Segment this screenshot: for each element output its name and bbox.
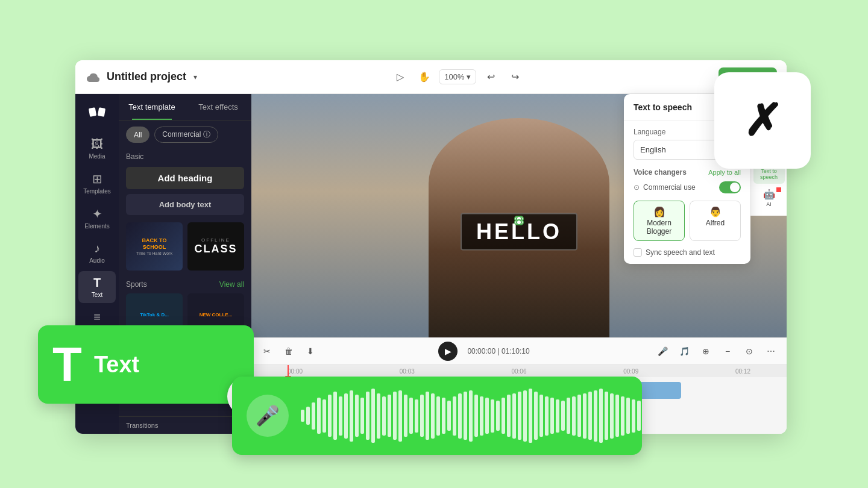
wave-bar [605,392,608,440]
sync-checkbox[interactable] [634,248,642,257]
add-body-text-button[interactable]: Add body text [126,194,244,215]
sidebar-item-audio[interactable]: ♪ Audio [78,237,116,269]
sports-section-label: Sports [126,280,147,289]
tab-text-effects[interactable]: Text effects [185,94,251,120]
more-options-button[interactable]: ⋯ [763,343,779,360]
split-button[interactable]: ⊕ [697,343,714,360]
chevron-down-icon[interactable]: ▾ [193,73,197,81]
tts-title: Text to speech [634,102,692,112]
download-button[interactable]: ⬇ [302,343,319,360]
top-bar-left: Untitled project ▾ [85,69,197,86]
wave-bar [436,396,440,436]
sync-label: Sync speech and text [646,248,715,257]
template-card-class[interactable]: OFFLINE CLASS [187,222,244,271]
wave-bar [371,389,375,443]
wave-bar [491,399,494,433]
wave-bar [594,390,597,442]
commercial-use-row: ⊙ Commercial use [634,181,741,193]
wave-bar [317,398,321,434]
waveform [301,392,641,440]
media-label: Media [89,153,105,160]
wave-bar [572,396,576,436]
transitions-row: Transitions [119,416,251,434]
music-button[interactable]: 🎵 [676,343,693,360]
undo-button[interactable]: ↩ [481,67,500,87]
sidebar-item-text[interactable]: T Text [78,271,116,303]
current-time: 00:00:00 [467,347,495,355]
wave-bar [322,399,326,433]
wave-bar [507,395,511,437]
ai-right-icon: 🤖 [763,189,775,200]
project-title: Untitled project [107,70,186,83]
wave-bar [344,393,348,439]
wave-bar [577,395,581,437]
wave-bar [556,399,559,433]
redo-button[interactable]: ↪ [505,67,524,87]
audio-overlay: 🎤 [232,377,642,455]
wave-bar [426,392,429,440]
voice-option-modern-blogger[interactable]: 👩 Modern Blogger [634,201,685,241]
audio-icon: ♪ [94,242,100,255]
templates-label: Templates [83,188,111,195]
wave-bar [377,393,380,439]
wave-bar [599,389,603,443]
wave-bar [534,392,538,440]
play-button[interactable]: ▶ [438,342,458,361]
wave-bar [545,396,549,436]
hello-text-overlay[interactable]: HELLO [461,213,577,251]
wave-bar [583,393,587,439]
cloud-icon [85,69,102,86]
voice-changers-row: Voice changers Apply to all [634,168,741,177]
add-heading-button[interactable]: Add heading [126,167,244,189]
tab-text-template[interactable]: Text template [119,94,185,120]
voice-alfred-icon: 👨 [693,206,738,217]
wave-bar [621,396,624,436]
voice-option-alfred[interactable]: 👨 Alfred [690,201,741,241]
cut-button[interactable]: ✂ [259,343,275,360]
commercial-use-label: Commercial use [643,183,715,192]
basic-section-label: Basic [119,149,251,164]
select-tool-button[interactable]: ▷ [391,67,410,87]
ruler-marks: 00:00 00:03 00:06 00:09 00:12 [288,368,750,375]
captions-icon: ≡ [93,310,101,324]
minus-button[interactable]: − [719,343,736,360]
text-icon-overlay: T Text → [38,325,254,404]
delete-button[interactable]: 🗑 [280,343,297,360]
sidebar-item-elements[interactable]: ✦ Elements [78,202,116,234]
sidebar-item-templates[interactable]: ⊞ Templates [78,167,116,199]
wave-bar [529,389,532,443]
mark-3: 00:03 [400,368,415,375]
sidebar-item-media[interactable]: 🖼 Media [78,133,116,164]
top-bar: Untitled project ▾ ▷ ✋ 100% ▾ ↩ ↪ ↑ Expo… [75,60,787,94]
zoom-display[interactable]: 100% ▾ [439,69,476,84]
templates-icon: ⊞ [92,172,102,186]
capcut-logo: ✗ [742,95,782,146]
svg-rect-1 [98,107,105,117]
wave-bar [382,396,386,436]
timeline-controls: ✂ 🗑 ⬇ ▶ 00:00:00 | 01:10:10 🎤 🎵 ⊕ − [251,338,787,365]
wave-bar [485,398,489,434]
template-card-school[interactable]: BACK TO SCHOOL Time To Hard Work [126,222,183,271]
wave-bar [350,390,353,442]
tab-template-label: Text template [128,102,175,111]
zoom-out-button[interactable]: ⊙ [741,343,758,360]
elements-icon: ✦ [92,207,102,221]
filter-commercial-button[interactable]: Commercial ⓘ [154,127,218,143]
view-all-button[interactable]: View all [219,280,244,289]
right-tool-ai[interactable]: 🤖 AI [753,185,785,211]
wave-bar [588,392,592,440]
apply-to-all-button[interactable]: Apply to all [708,169,741,176]
timeline-ruler: 00:00 00:03 00:06 00:09 00:12 [251,365,787,377]
wave-bar [312,402,315,430]
mic-timeline-button[interactable]: 🎤 [654,343,671,360]
wave-bar [328,395,332,437]
commercial-toggle[interactable] [719,181,741,193]
mark-6: 00:06 [511,368,526,375]
hand-tool-button[interactable]: ✋ [415,67,434,87]
wave-bar [561,401,565,431]
voice-modern-blogger-label: Modern Blogger [637,219,682,236]
wave-bar [637,401,641,431]
filter-all-button[interactable]: All [126,127,149,143]
wave-bar [567,398,570,434]
zoom-chevron-icon: ▾ [467,72,471,81]
